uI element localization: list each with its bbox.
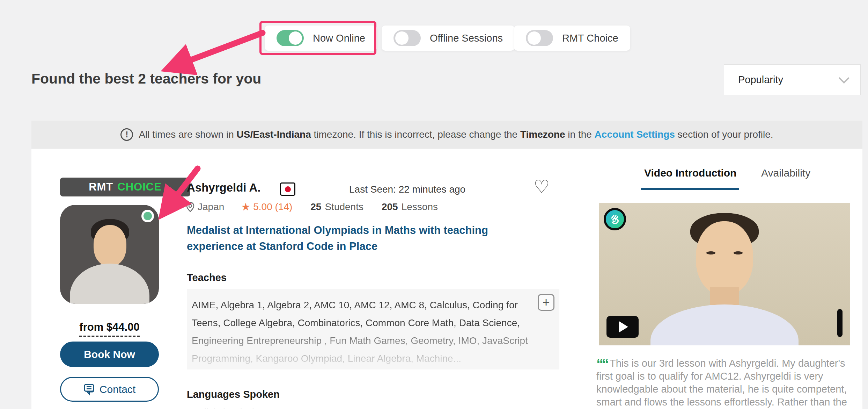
toggle-off-icon[interactable]	[393, 30, 421, 46]
tab-video-introduction[interactable]: Video Introduction	[644, 167, 736, 179]
filter-label: Offline Sessions	[430, 33, 503, 44]
subjects-list: AIME, Algebra 1, Algebra 2, AMC 10, AMC …	[192, 296, 534, 367]
filter-label: RMT Choice	[562, 33, 618, 44]
testimonial-text: This is our 3rd lesson with Ashyrgeldi. …	[596, 358, 847, 409]
video-player[interactable]	[599, 203, 850, 345]
timezone-banner-text: All times are shown in US/East-Indiana t…	[139, 129, 773, 140]
languages-value: English (Native)	[187, 407, 256, 409]
rmt-choice-badge: RMT CHOICE	[60, 178, 190, 196]
contact-button[interactable]: Contact	[60, 377, 159, 402]
account-settings-link[interactable]: Account Settings	[595, 129, 675, 140]
japan-flag-icon	[280, 182, 295, 196]
languages-label: Languages Spoken	[187, 389, 280, 400]
lessons-count: 205	[382, 201, 398, 213]
toggle-on-icon[interactable]	[277, 30, 304, 46]
rating: ★ 5.00 (14)	[241, 201, 292, 213]
teacher-name[interactable]: Ashyrgeldi A.	[187, 181, 261, 194]
teacher-search-page: Now Online Offline Sessions RMT Choice F…	[0, 0, 868, 409]
chat-icon	[83, 383, 97, 395]
timezone-banner: ! All times are shown in US/East-Indiana…	[31, 121, 862, 149]
location: Japan	[186, 201, 224, 213]
play-icon	[619, 321, 628, 332]
tab-availability[interactable]: Availability	[761, 167, 810, 179]
results-heading: Found the best 2 teachers for you	[31, 71, 261, 87]
filter-label: Now Online	[313, 33, 365, 44]
online-status-dot	[141, 210, 154, 222]
last-seen: Last Seen: 22 minutes ago	[349, 184, 465, 195]
platform-hand-logo-icon	[604, 208, 626, 230]
expand-subjects-button[interactable]: +	[538, 294, 554, 311]
testimonial: ““This is our 3rd lesson with Ashyrgeldi…	[596, 357, 858, 409]
annotation-arrow-1	[172, 33, 263, 67]
students-count: 25	[310, 201, 321, 213]
tabs-divider	[584, 190, 862, 190]
filter-offline-sessions[interactable]: Offline Sessions	[382, 26, 515, 51]
sort-dropdown[interactable]: Popularity	[724, 64, 861, 95]
star-icon: ★	[241, 201, 250, 213]
teacher-photo[interactable]	[60, 205, 159, 304]
chevron-down-icon	[839, 73, 849, 84]
toggle-off-icon[interactable]	[526, 30, 553, 46]
volume-bar[interactable]	[837, 309, 843, 337]
card-divider	[584, 149, 584, 409]
quote-icon: ““	[596, 356, 608, 372]
sort-selected-value: Popularity	[738, 74, 783, 86]
price-from[interactable]: from $44.00	[60, 321, 159, 333]
subjects-box: AIME, Algebra 1, Algebra 2, AMC 10, AMC …	[187, 289, 559, 369]
play-button[interactable]	[606, 316, 639, 338]
filter-now-online[interactable]: Now Online	[265, 26, 377, 51]
teacher-card: RMT CHOICE from $44.00 Book Now Contact …	[31, 149, 862, 409]
teacher-meta-row: Japan ★ 5.00 (14) 25 Students 205 Lesson…	[186, 201, 438, 213]
teacher-headline-link[interactable]: Medalist at International Olympiads in M…	[187, 222, 539, 254]
location-pin-icon	[186, 202, 195, 212]
book-now-button[interactable]: Book Now	[60, 342, 159, 367]
filter-rmt-choice[interactable]: RMT Choice	[514, 26, 630, 51]
teaches-label: Teaches	[187, 272, 227, 284]
info-icon: !	[120, 128, 133, 141]
favorite-heart-button[interactable]: ♡	[534, 178, 550, 196]
